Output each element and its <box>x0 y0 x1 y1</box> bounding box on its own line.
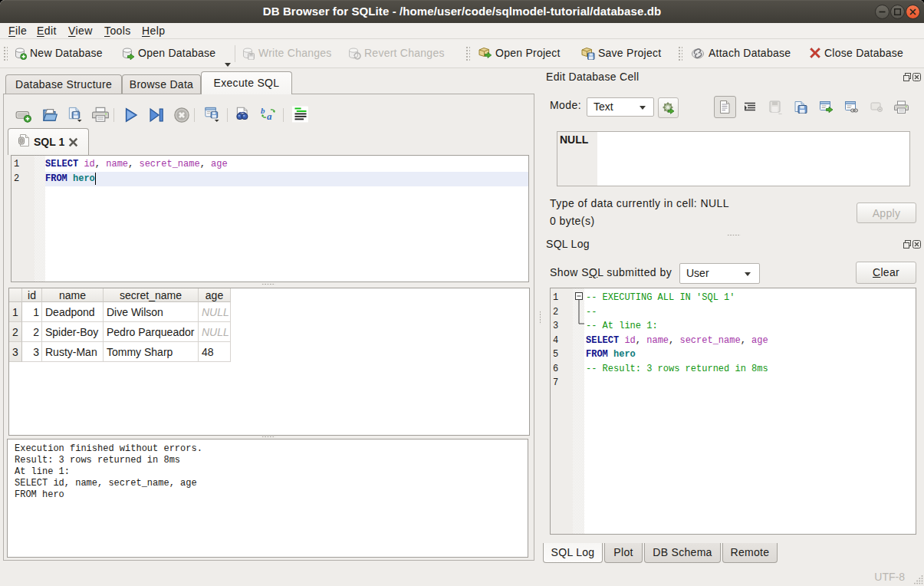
svg-text:b: b <box>261 106 265 115</box>
svg-text:a: a <box>267 110 272 122</box>
